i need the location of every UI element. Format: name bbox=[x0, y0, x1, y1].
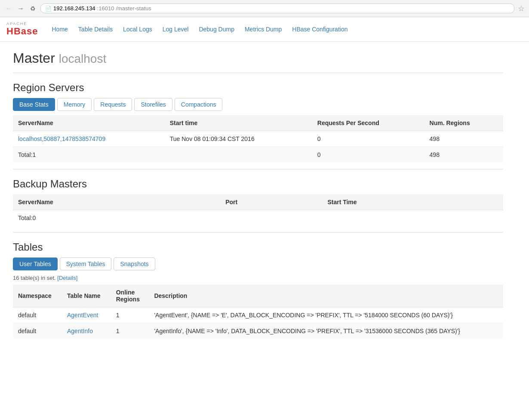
bm-start-time-cell bbox=[322, 210, 503, 226]
col-description: Description bbox=[149, 285, 503, 307]
description-cell-0: 'AgentEvent', {NAME => 'E', DATA_BLOCK_E… bbox=[149, 307, 503, 323]
bm-col-server-name: ServerName bbox=[13, 194, 220, 210]
title-divider bbox=[13, 73, 503, 73]
table-name-link-0[interactable]: AgentEvent bbox=[67, 312, 98, 319]
namespace-cell-1: default bbox=[13, 323, 62, 339]
forward-button[interactable]: → bbox=[16, 4, 25, 13]
master-label: Master bbox=[13, 50, 55, 66]
namespace-cell-0: default bbox=[13, 307, 62, 323]
nav-bar: APACHE HBase Home Table Details Local Lo… bbox=[0, 17, 529, 42]
description-cell-1: 'AgentInfo', {NAME => 'Info', DATA_BLOCK… bbox=[149, 323, 503, 339]
tables-title: Tables bbox=[13, 241, 503, 253]
table-name-link-1[interactable]: AgentInfo bbox=[67, 328, 93, 334]
backup-masters-title: Backup Masters bbox=[13, 178, 503, 190]
bm-col-start-time: Start Time bbox=[322, 194, 503, 210]
table-row: localhost,50887,1478538574709 Tue Nov 08… bbox=[13, 131, 503, 147]
bm-port-cell bbox=[220, 210, 322, 226]
total-row: Total:1 0 498 bbox=[13, 147, 503, 163]
col-num-regions: Num. Regions bbox=[424, 115, 503, 131]
nav-home[interactable]: Home bbox=[46, 17, 73, 41]
region-servers-table: ServerName Start time Requests Per Secon… bbox=[13, 115, 503, 162]
col-online-regions: OnlineRegions bbox=[111, 285, 149, 307]
logo: APACHE HBase bbox=[6, 17, 38, 41]
backup-masters-divider bbox=[13, 232, 503, 233]
tab-compactions[interactable]: Compactions bbox=[175, 98, 223, 111]
tables-tabs: User Tables System Tables Snapshots bbox=[13, 258, 503, 270]
table-count-text: 16 table(s) in set. bbox=[13, 275, 56, 281]
nav-metrics-dump[interactable]: Metrics Dump bbox=[240, 17, 287, 41]
tab-base-stats[interactable]: Base Stats bbox=[13, 98, 55, 111]
start-time-cell: Tue Nov 08 01:09:34 CST 2016 bbox=[165, 131, 312, 147]
nav-debug-dump[interactable]: Debug Dump bbox=[194, 17, 240, 41]
total-regions-cell: 498 bbox=[424, 147, 503, 163]
col-table-name: Table Name bbox=[62, 285, 111, 307]
bm-total-cell: Total:0 bbox=[13, 210, 220, 226]
num-regions-cell: 498 bbox=[424, 131, 503, 147]
url-port: :16010 bbox=[97, 5, 114, 12]
server-name-link[interactable]: localhost,50887,1478538574709 bbox=[18, 135, 105, 142]
region-servers-title: Region Servers bbox=[13, 82, 503, 94]
browser-chrome: ← → ♻ 📄 192.168.245.134:16010/master-sta… bbox=[0, 0, 529, 17]
table-row: default AgentInfo 1 'AgentInfo', {NAME =… bbox=[13, 323, 503, 339]
bookmark-star-icon[interactable]: ☆ bbox=[518, 4, 525, 13]
nav-hbase-configuration[interactable]: HBase Configuration bbox=[287, 17, 353, 41]
online-regions-cell-0: 1 bbox=[111, 307, 149, 323]
col-server-name: ServerName bbox=[13, 115, 165, 131]
region-servers-header-row: ServerName Start time Requests Per Secon… bbox=[13, 115, 503, 131]
address-bar[interactable]: 📄 192.168.245.134:16010/master-status bbox=[40, 3, 514, 13]
nav-log-level[interactable]: Log Level bbox=[157, 17, 194, 41]
hbase-label: HBase bbox=[6, 26, 38, 37]
main-content: Master localhost Region Servers Base Sta… bbox=[0, 42, 516, 347]
region-servers-divider bbox=[13, 169, 503, 169]
backup-masters-header-row: ServerName Port Start Time bbox=[13, 194, 503, 210]
page-icon: 📄 bbox=[45, 6, 52, 12]
total-label-cell: Total:1 bbox=[13, 147, 165, 163]
col-namespace: Namespace bbox=[13, 285, 62, 307]
back-button[interactable]: ← bbox=[4, 4, 13, 13]
tab-user-tables[interactable]: User Tables bbox=[13, 258, 58, 270]
backup-masters-table: ServerName Port Start Time Total:0 bbox=[13, 194, 503, 226]
table-name-cell-0: AgentEvent bbox=[62, 307, 111, 323]
bm-col-port: Port bbox=[220, 194, 322, 210]
table-details-link[interactable]: [Details] bbox=[57, 275, 77, 281]
total-start-time-cell bbox=[165, 147, 312, 163]
url-path: /master-status bbox=[116, 5, 151, 12]
apache-label: APACHE bbox=[6, 21, 38, 26]
nav-local-logs[interactable]: Local Logs bbox=[118, 17, 157, 41]
tables-header-row: Namespace Table Name OnlineRegions Descr… bbox=[13, 285, 503, 307]
tab-system-tables[interactable]: System Tables bbox=[60, 258, 112, 270]
table-count-info: 16 table(s) in set. [Details] bbox=[13, 275, 503, 281]
requests-cell: 0 bbox=[312, 131, 424, 147]
online-regions-cell-1: 1 bbox=[111, 323, 149, 339]
server-name-cell: localhost,50887,1478538574709 bbox=[13, 131, 165, 147]
tab-memory[interactable]: Memory bbox=[57, 98, 92, 111]
reload-button[interactable]: ♻ bbox=[28, 4, 37, 13]
region-servers-tabs: Base Stats Memory Requests Storefiles Co… bbox=[13, 98, 503, 111]
tab-storefiles[interactable]: Storefiles bbox=[134, 98, 172, 111]
url-base: 192.168.245.134 bbox=[53, 5, 95, 12]
col-requests-per-second: Requests Per Second bbox=[312, 115, 424, 131]
page-title: Master localhost bbox=[13, 50, 503, 66]
nav-table-details[interactable]: Table Details bbox=[73, 17, 118, 41]
tab-snapshots[interactable]: Snapshots bbox=[114, 258, 155, 270]
table-row: default AgentEvent 1 'AgentEvent', {NAME… bbox=[13, 307, 503, 323]
tables-table: Namespace Table Name OnlineRegions Descr… bbox=[13, 285, 503, 339]
table-name-cell-1: AgentInfo bbox=[62, 323, 111, 339]
master-hostname: localhost bbox=[59, 52, 107, 65]
tab-requests[interactable]: Requests bbox=[94, 98, 132, 111]
total-requests-cell: 0 bbox=[312, 147, 424, 163]
col-start-time: Start time bbox=[165, 115, 312, 131]
backup-masters-total-row: Total:0 bbox=[13, 210, 503, 226]
